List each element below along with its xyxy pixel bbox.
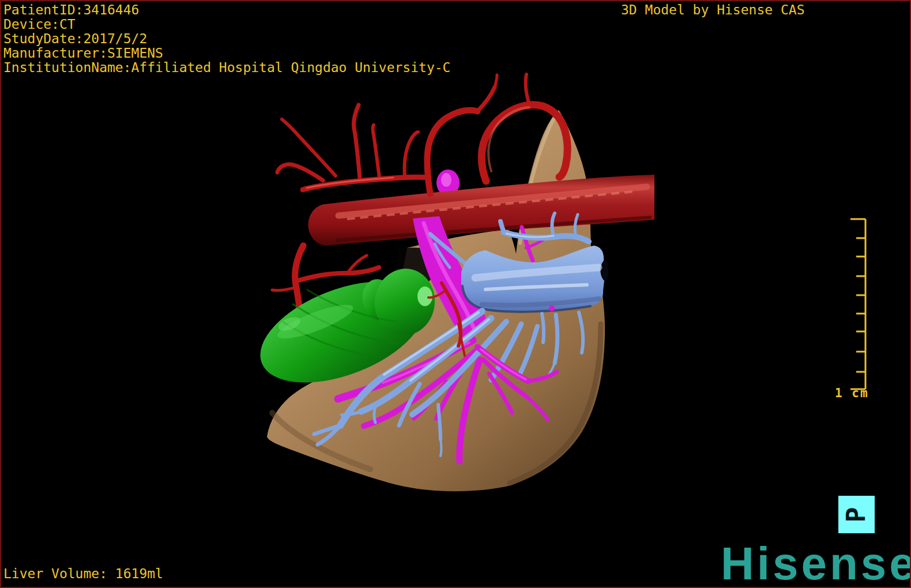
liver-volume-readout: Liver Volume: 1619ml xyxy=(3,567,163,581)
model-viewport[interactable] xyxy=(1,1,911,588)
artery-twig xyxy=(405,132,419,176)
hepatic-artery-branches[interactable] xyxy=(277,74,567,194)
artery-shine xyxy=(488,107,529,171)
gallbladder-specular xyxy=(417,287,432,306)
scale-bar-label: 1 cm xyxy=(835,386,869,400)
artery-twig xyxy=(495,75,497,87)
scale-ruler xyxy=(850,219,865,389)
artery-twig xyxy=(354,105,360,178)
ivc-end-notch xyxy=(603,261,608,281)
portal-blob-highlight xyxy=(441,173,451,187)
portal-dot xyxy=(549,306,555,311)
artery-twig xyxy=(272,288,295,291)
artery-twig xyxy=(282,119,336,176)
hisense-logo: Hisense xyxy=(721,541,911,587)
hisense-cas-3d-viewer: { "window": { "width": 1580, "height": 1… xyxy=(0,0,911,588)
artery-twig xyxy=(296,267,379,281)
artery-twig xyxy=(373,125,380,178)
artery-twig xyxy=(526,74,529,104)
artery-hook-arm xyxy=(277,164,323,180)
artery-twig xyxy=(477,87,495,111)
orientation-marker-posterior: P xyxy=(838,496,875,533)
vein-drip xyxy=(441,439,442,456)
vein-stub xyxy=(542,314,544,342)
orientation-letter: P xyxy=(844,507,869,522)
